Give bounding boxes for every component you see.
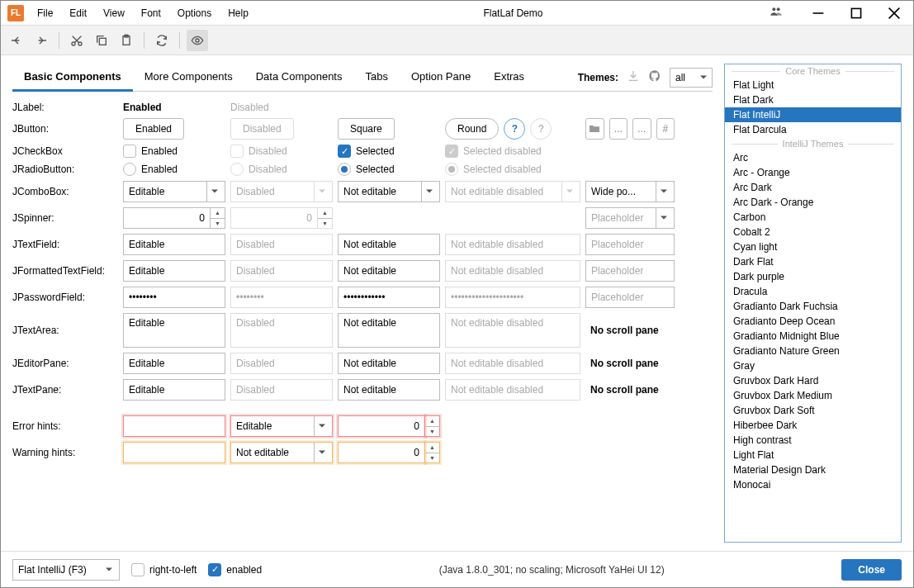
- radio-selected[interactable]: [338, 163, 351, 176]
- rtl-checkbox[interactable]: [131, 563, 144, 576]
- theme-item[interactable]: Monocai: [725, 477, 901, 492]
- users-icon[interactable]: [770, 5, 783, 21]
- enabled-button[interactable]: Enabled: [123, 118, 184, 140]
- minimize-button[interactable]: [799, 1, 837, 26]
- help-button[interactable]: ?: [504, 118, 525, 140]
- password-placeholder[interactable]: Placeholder: [585, 287, 675, 308]
- titlebar: FL File Edit View Font Options Help Flat…: [1, 1, 913, 26]
- password-disabled: ••••••••: [230, 287, 333, 308]
- formatted-not-editable: Not editable: [338, 260, 440, 282]
- theme-item[interactable]: Dracula: [725, 284, 901, 299]
- theme-item[interactable]: Gradianto Deep Ocean: [725, 314, 901, 329]
- textarea-editable[interactable]: Editable: [123, 313, 225, 348]
- menu-edit[interactable]: Edit: [61, 1, 95, 26]
- menu-file[interactable]: File: [29, 1, 61, 26]
- combo-wide[interactable]: Wide po...: [585, 181, 675, 202]
- themes-filter-combo[interactable]: all: [670, 68, 713, 88]
- theme-item[interactable]: Flat Light: [725, 78, 901, 92]
- menu-help[interactable]: Help: [220, 1, 257, 26]
- formatted-placeholder[interactable]: Placeholder: [585, 260, 675, 282]
- theme-item[interactable]: Dark Flat: [725, 254, 901, 269]
- theme-item[interactable]: Gray: [725, 358, 901, 373]
- theme-item[interactable]: Hiberbee Dark: [725, 418, 901, 433]
- statusbar: Flat IntelliJ (F3) right-to-left ✓enable…: [1, 551, 913, 587]
- github-icon[interactable]: [648, 69, 661, 85]
- folder-icon[interactable]: [585, 118, 604, 140]
- square-button[interactable]: Square: [338, 118, 395, 140]
- combo-not-editable[interactable]: Not editable: [338, 181, 440, 202]
- more-button-2[interactable]: ...: [632, 118, 651, 140]
- menu-font[interactable]: Font: [133, 1, 169, 26]
- theme-item[interactable]: Cyan light: [725, 239, 901, 254]
- tab-data-components[interactable]: Data Components: [244, 64, 354, 91]
- error-textfield[interactable]: [123, 415, 225, 437]
- tab-tabs[interactable]: Tabs: [353, 64, 399, 91]
- round-button[interactable]: Round: [445, 118, 499, 140]
- jeditor-label: JEditorPane:: [12, 358, 118, 369]
- warning-spinner[interactable]: 0▲▼: [338, 442, 440, 463]
- theme-item[interactable]: Gruvbox Dark Hard: [725, 373, 901, 388]
- app-logo: FL: [7, 5, 24, 21]
- warning-textfield[interactable]: [123, 442, 225, 463]
- menu-view[interactable]: View: [95, 1, 133, 26]
- theme-item[interactable]: Dark purple: [725, 269, 901, 284]
- radio-enabled[interactable]: [123, 163, 136, 176]
- theme-item[interactable]: Light Flat: [725, 448, 901, 462]
- theme-item[interactable]: Flat Darcula: [725, 122, 901, 137]
- theme-item[interactable]: Gruvbox Dark Medium: [725, 388, 901, 403]
- cut-icon[interactable]: [66, 30, 88, 51]
- tab-extras[interactable]: Extras: [482, 64, 536, 91]
- theme-item[interactable]: Flat Dark: [725, 92, 901, 107]
- tab-more-components[interactable]: More Components: [133, 64, 244, 91]
- theme-item[interactable]: Arc Dark: [725, 180, 901, 195]
- tab-basic-components[interactable]: Basic Components: [12, 64, 133, 91]
- theme-item[interactable]: Flat IntelliJ: [725, 107, 901, 122]
- enabled-checkbox[interactable]: ✓: [208, 563, 221, 576]
- theme-item[interactable]: Cobalt 2: [725, 225, 901, 239]
- combo-editable[interactable]: Editable: [123, 181, 225, 202]
- menu-options[interactable]: Options: [169, 1, 220, 26]
- textpane-editable[interactable]: Editable: [123, 379, 225, 401]
- theme-item[interactable]: Gradianto Nature Green: [725, 344, 901, 358]
- textarea-not-editable: Not editable: [338, 313, 440, 348]
- download-icon[interactable]: [627, 69, 640, 85]
- theme-item[interactable]: Gruvbox Dark Soft: [725, 403, 901, 418]
- theme-item[interactable]: Arc - Orange: [725, 165, 901, 180]
- checkbox-enabled[interactable]: [123, 145, 136, 158]
- editor-editable[interactable]: Editable: [123, 353, 225, 374]
- theme-item[interactable]: Gradianto Midnight Blue: [725, 329, 901, 344]
- textfield-placeholder[interactable]: Placeholder: [585, 234, 675, 255]
- tab-option-pane[interactable]: Option Pane: [400, 64, 482, 91]
- separator: [144, 32, 144, 49]
- spinner-enabled[interactable]: 0▲▼: [123, 207, 225, 229]
- maximize-button[interactable]: [837, 1, 875, 26]
- themes-list[interactable]: Core ThemesFlat LightFlat DarkFlat Intel…: [724, 64, 902, 543]
- formatted-editable[interactable]: Editable: [123, 260, 225, 282]
- theme-item[interactable]: Gradianto Dark Fuchsia: [725, 299, 901, 314]
- eye-icon[interactable]: [187, 30, 208, 51]
- paste-icon[interactable]: [116, 30, 137, 51]
- close-button[interactable]: Close: [841, 559, 902, 581]
- theme-item[interactable]: Material Design Dark: [725, 462, 901, 477]
- back-icon[interactable]: [6, 30, 27, 51]
- refresh-icon[interactable]: [151, 30, 173, 51]
- spinner-placeholder-combo[interactable]: Placeholder: [585, 207, 675, 229]
- textfield-editable[interactable]: Editable: [123, 234, 225, 255]
- error-combo[interactable]: Editable: [230, 415, 333, 437]
- checkbox-selected[interactable]: ✓: [338, 145, 351, 158]
- status-theme-combo[interactable]: Flat IntelliJ (F3): [12, 559, 120, 581]
- more-button-1[interactable]: ...: [609, 118, 628, 140]
- theme-item[interactable]: Arc Dark - Orange: [725, 195, 901, 210]
- hash-button[interactable]: #: [656, 118, 675, 140]
- password-editable[interactable]: ••••••••: [123, 287, 225, 308]
- error-spinner[interactable]: 0▲▼: [338, 415, 440, 437]
- textfield-disabled: Disabled: [230, 234, 333, 255]
- copy-icon[interactable]: [91, 30, 112, 51]
- forward-icon[interactable]: [31, 30, 52, 51]
- theme-item[interactable]: Carbon: [725, 210, 901, 225]
- theme-item[interactable]: Arc: [725, 150, 901, 165]
- close-window-button[interactable]: [875, 1, 913, 26]
- warning-combo[interactable]: Not editable: [230, 442, 333, 463]
- theme-item[interactable]: High contrast: [725, 433, 901, 448]
- menubar: File Edit View Font Options Help: [29, 1, 257, 26]
